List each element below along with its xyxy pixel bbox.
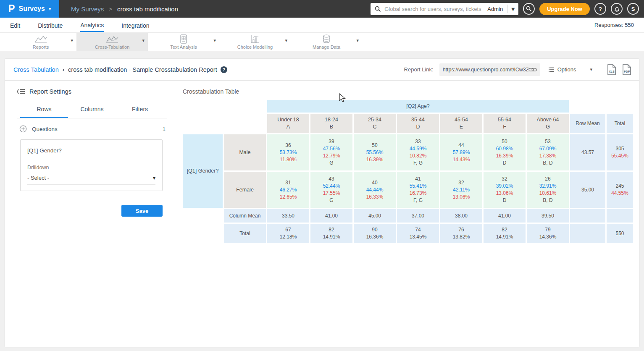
row-mean-header: Row Mean <box>570 114 605 133</box>
search-scope-caret-icon[interactable]: ▾ <box>507 3 518 15</box>
column-mean-cell: 39.50 <box>527 209 569 223</box>
manage-data-dropdown-caret-icon[interactable]: ▾ <box>356 38 359 43</box>
empty-cell <box>570 224 605 243</box>
row-mean-cell: 43.57 <box>570 134 605 170</box>
search-icon <box>526 6 532 12</box>
upgrade-now-button[interactable]: Upgrade Now <box>539 3 590 15</box>
top-bar: P Surveys ▾ My Surveys > cross tab modif… <box>0 0 644 18</box>
crosstab-cell: 3947.56%12.79%G <box>310 134 352 170</box>
row-label-female: Female <box>224 172 266 208</box>
export-xls-button[interactable]: XLS <box>607 64 616 75</box>
drilldown-selected-value: - Select - <box>27 175 49 181</box>
help-button[interactable]: ? <box>594 3 606 15</box>
toolbar-item-reports[interactable]: Reports ▾ <box>5 33 76 51</box>
report-title: cross tab modification - Sample Crosstab… <box>68 66 217 73</box>
text-analysis-dropdown-caret-icon[interactable]: ▾ <box>213 38 216 43</box>
questionpro-logo: P <box>8 3 15 14</box>
row-label-male: Male <box>224 134 266 170</box>
survey-nav: Edit Distribute Analytics Integration Re… <box>0 18 644 33</box>
crosstab-cell: 3239.02%13.06%D <box>484 172 526 208</box>
add-question-icon[interactable] <box>19 125 27 133</box>
crosstab-cell: 4044.44%16.33% <box>354 172 396 208</box>
crosstab-title: Crosstabulation Table <box>183 88 639 95</box>
column-group-header: [Q2] Age? <box>267 100 569 113</box>
question-card: [Q1] Gender? Drilldown - Select - ▾ <box>20 139 163 191</box>
breadcrumb-separator-icon: › <box>63 66 64 73</box>
search-scope-selector[interactable]: Admin <box>483 5 507 13</box>
collapse-panel-icon[interactable] <box>17 89 25 94</box>
report-link-input[interactable] <box>443 67 528 73</box>
current-survey-name: cross tab modification <box>117 5 178 13</box>
toolbar-item-manage-data[interactable]: Manage Data ▾ <box>291 33 362 51</box>
row-mean-cell: 35.00 <box>570 172 605 208</box>
question-title: [Q1] Gender? <box>27 147 155 154</box>
drilldown-caret-icon: ▾ <box>153 175 155 181</box>
list-icon <box>549 67 555 72</box>
options-button[interactable]: Options ▾ <box>546 66 595 73</box>
export-pdf-button[interactable]: PDF <box>622 64 631 75</box>
svg-text:XLS: XLS <box>609 70 615 73</box>
notifications-button[interactable] <box>611 3 623 15</box>
column-header: 55-64F <box>484 114 526 133</box>
reports-dropdown-caret-icon[interactable]: ▾ <box>71 38 73 43</box>
crosstab-table: [Q2] Age? Under 18A 18-24B 25-34C 35-44D… <box>183 100 639 243</box>
total-cell: 7413.45% <box>397 224 439 243</box>
divider <box>601 64 601 75</box>
cross-tabulation-dropdown-caret-icon[interactable]: ▾ <box>142 38 145 43</box>
empty-cell <box>570 209 605 223</box>
crosstab-cell: 5060.98%16.39%D <box>484 134 526 170</box>
options-caret-icon: ▾ <box>590 67 592 72</box>
drilldown-select[interactable]: - Select - ▾ <box>27 175 155 185</box>
tab-integration[interactable]: Integration <box>121 18 149 31</box>
chevron-down-icon: ▾ <box>49 7 51 11</box>
crosstab-cell: 3146.27%12.65% <box>267 172 309 208</box>
report-link-field <box>439 63 540 76</box>
search-button[interactable] <box>523 3 535 15</box>
breadcrumb-separator-icon: > <box>109 6 112 12</box>
tab-rows[interactable]: Rows <box>20 102 68 118</box>
cross-tabulation-link[interactable]: Cross Tabulation <box>13 66 59 73</box>
tab-distribute[interactable]: Distribute <box>38 18 63 31</box>
search-icon <box>375 6 381 12</box>
save-row: Save <box>17 198 163 217</box>
drilldown-label: Drilldown <box>27 165 155 170</box>
tab-analytics[interactable]: Analytics <box>80 18 104 32</box>
search-input[interactable] <box>384 6 483 12</box>
tab-filters[interactable]: Filters <box>116 102 164 118</box>
total-cell: 7914.36% <box>527 224 569 243</box>
report-help-icon[interactable]: ? <box>221 66 227 73</box>
account-avatar[interactable]: S <box>627 3 639 15</box>
line-chart-icon <box>34 34 47 44</box>
toolbar-item-text-analysis[interactable]: Text Analysis ▾ <box>148 33 219 51</box>
total-cell: 9016.36% <box>354 224 396 243</box>
line-chart-icon <box>105 34 119 44</box>
svg-text:PDF: PDF <box>624 70 630 73</box>
column-header: Above 64G <box>527 114 569 133</box>
total-cell: 8214.91% <box>484 224 526 243</box>
save-button[interactable]: Save <box>121 205 163 217</box>
crosstab-cell: 4457.89%14.43% <box>440 134 482 170</box>
toolbar-item-cross-tabulation[interactable]: Cross-Tabulation ▾ <box>76 33 148 51</box>
database-icon <box>322 34 331 44</box>
choice-modelling-dropdown-caret-icon[interactable]: ▾ <box>285 38 287 43</box>
total-row-label: Total <box>224 224 266 243</box>
report-settings-panel: Report Settings Rows Columns Filters Que… <box>5 81 175 347</box>
my-surveys-link[interactable]: My Surveys <box>71 5 104 13</box>
column-mean-cell: 33.50 <box>267 209 309 223</box>
tab-columns[interactable]: Columns <box>68 102 116 118</box>
row-total-cell: 24544.55% <box>607 172 633 208</box>
crosstab-cell: 4352.44%17.55%G <box>310 172 352 208</box>
column-header: Under 18A <box>267 114 309 133</box>
column-mean-cell: 41.00 <box>484 209 526 223</box>
column-mean-cell: 41.00 <box>310 209 352 223</box>
settings-tabs: Rows Columns Filters <box>17 102 167 118</box>
tab-edit[interactable]: Edit <box>10 18 20 31</box>
topbar-actions: Admin ▾ Upgrade Now ? S <box>371 3 644 15</box>
crosstab-cell: 2632.91%10.61%B, D <box>527 172 569 208</box>
link-icon[interactable] <box>528 67 537 73</box>
questions-count: 1 <box>163 126 166 132</box>
toolbar-item-choice-modelling[interactable]: Choice Modelling ▾ <box>219 33 291 51</box>
column-header: 45-54E <box>440 114 482 133</box>
total-header: Total <box>607 114 633 133</box>
product-switcher[interactable]: P Surveys ▾ <box>0 0 59 18</box>
